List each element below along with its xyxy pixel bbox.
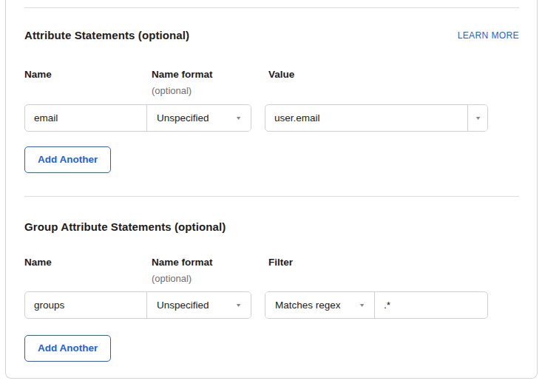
group-filter-type-select[interactable]: Matches regex ▼	[265, 292, 374, 318]
attribute-statements-title: Attribute Statements (optional)	[24, 29, 189, 42]
top-divider	[24, 7, 519, 8]
column-label-name-format-note: (optional)	[152, 273, 268, 285]
group-attribute-row: Unspecified ▼ Matches regex ▼	[24, 291, 488, 319]
column-label-name: Name	[24, 257, 152, 268]
attribute-value-input[interactable]	[265, 105, 467, 131]
learn-more-link[interactable]: LEARN MORE	[458, 30, 519, 41]
add-attribute-button[interactable]: Add Another	[24, 146, 111, 173]
attribute-statements-column-labels: Name Name format (optional) Value	[24, 69, 488, 97]
column-label-filter: Filter	[268, 257, 293, 268]
attribute-statement-row: Unspecified ▼ ▼	[24, 104, 488, 132]
group-attribute-statements-title: Group Attribute Statements (optional)	[24, 220, 226, 234]
group-attribute-statements-header: Group Attribute Statements (optional)	[24, 220, 519, 234]
group-filter-value-input[interactable]	[374, 292, 487, 318]
section-divider	[24, 196, 519, 197]
attribute-value-group: ▼	[265, 104, 488, 132]
attribute-name-format-value: Unspecified	[157, 112, 209, 124]
group-name-group: Unspecified ▼	[24, 291, 251, 319]
attribute-name-input[interactable]	[25, 105, 146, 131]
group-name-input[interactable]	[25, 292, 146, 318]
attribute-value-dropdown-button[interactable]: ▼	[467, 105, 487, 131]
column-label-name-format: Name format (optional)	[152, 69, 268, 97]
chevron-down-icon: ▼	[359, 303, 365, 308]
chevron-down-icon: ▼	[235, 115, 242, 121]
attribute-name-format-select[interactable]: Unspecified ▼	[146, 105, 251, 131]
group-name-format-select[interactable]: Unspecified ▼	[146, 292, 251, 318]
add-group-attribute-button[interactable]: Add Another	[24, 335, 111, 362]
group-attribute-column-labels: Name Name format (optional) Filter	[24, 257, 488, 285]
group-filter-type-value: Matches regex	[275, 300, 341, 311]
column-label-name-format: Name format (optional)	[152, 257, 268, 285]
column-label-value: Value	[268, 69, 294, 81]
group-name-format-value: Unspecified	[157, 300, 209, 311]
attribute-name-group: Unspecified ▼	[24, 104, 251, 132]
chevron-down-icon: ▼	[474, 115, 481, 121]
chevron-down-icon: ▼	[235, 303, 242, 308]
attribute-statements-header: Attribute Statements (optional) LEARN MO…	[24, 29, 519, 42]
group-filter-group: Matches regex ▼	[265, 291, 488, 319]
settings-card: Attribute Statements (optional) LEARN MO…	[5, 0, 538, 379]
column-label-name-format-note: (optional)	[152, 85, 268, 97]
column-label-name: Name	[24, 69, 152, 81]
